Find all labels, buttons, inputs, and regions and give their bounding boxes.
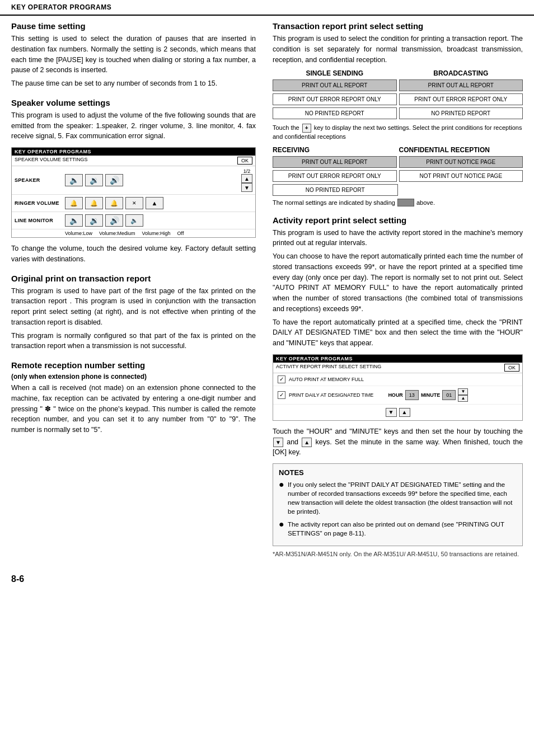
pause-time-title: Pause time setting	[11, 21, 256, 31]
activity-body3: To have the report automatically printed…	[273, 317, 523, 349]
hour-value: 13	[405, 390, 419, 400]
recv-print-all-btn[interactable]: PRINT OUT ALL REPORT	[273, 156, 397, 168]
speaker-ui-subheader: SPEAKER VOLUME SETTINGS OK	[12, 156, 255, 166]
broadcast-error-btn[interactable]: PRINT OUT ERROR REPORT ONLY	[399, 93, 523, 105]
speaker-volume-section: Speaker volume settings This program is …	[11, 98, 256, 265]
page-up-btn[interactable]: ▲	[241, 174, 252, 183]
activity-report-title: Activity report print select setting	[273, 215, 523, 225]
ringer-vol-high[interactable]: 🔔	[105, 197, 123, 209]
speaker-volume-body: This program is used to adjust the volum…	[11, 110, 256, 142]
shading-box	[397, 199, 414, 206]
tx-button-rows: PRINT OUT ALL REPORT PRINT OUT ALL REPOR…	[273, 79, 523, 119]
pause-time-section: Pause time setting This setting is used …	[11, 21, 256, 89]
bullet-2: ●	[279, 520, 284, 529]
activity-ui-header: KEY OPERATOR PROGRAMS	[273, 355, 522, 363]
page-footer: 8-6	[0, 572, 534, 586]
conf-no-notice-btn[interactable]: NOT PRINT OUT NOTICE PAGE	[399, 170, 523, 182]
down-arrow-key: ▼	[273, 438, 283, 447]
speaker-vol-low[interactable]: 🔈	[65, 174, 83, 186]
time-up-btn[interactable]: ▲	[458, 395, 468, 402]
confidential-label: CONFIDENTIAL RECEPTION	[399, 146, 523, 154]
page-header: KEY OPERATOR PROGRAMS	[0, 0, 534, 16]
notes-box: NOTES ● If you only select the "PRINT DA…	[273, 463, 523, 546]
ringer-vol-up[interactable]: ▲	[146, 197, 163, 209]
original-print-title: Original print on transaction report	[11, 274, 256, 283]
single-print-all-btn[interactable]: PRINT OUT ALL REPORT	[273, 79, 397, 91]
recv-no-print-btn[interactable]: NO PRINTED REPORT	[273, 184, 398, 196]
activity-report-section: Activity report print select setting Thi…	[273, 215, 523, 557]
auto-print-row: ✓ AUTO PRINT AT MEMORY FULL	[273, 373, 522, 386]
remote-reception-title: Remote reception number setting	[11, 360, 256, 370]
activity-body1: This program is used to have the activit…	[273, 228, 523, 249]
conf-notice-btn[interactable]: PRINT OUT NOTICE PAGE	[399, 156, 523, 168]
single-no-print-btn[interactable]: NO PRINTED REPORT	[273, 107, 397, 119]
transaction-table: SINGLE SENDING BROADCASTING PRINT OUT AL…	[273, 69, 523, 119]
activity-nav-down[interactable]: ▼	[386, 408, 397, 417]
shading-note: The normal settings are indicated by sha…	[273, 199, 523, 206]
ringer-row: RINGER VOLUME 🔔 🔔 🔔 ✕ ▲	[12, 195, 255, 212]
speaker-vol-high[interactable]: 🔊	[105, 174, 123, 186]
broadcast-no-print-btn[interactable]: NO PRINTED REPORT	[399, 107, 523, 119]
ringer-vol-x[interactable]: ✕	[125, 197, 143, 209]
transaction-report-title: Transaction report print select setting	[273, 21, 523, 31]
time-down-btn[interactable]: ▼	[458, 388, 468, 395]
remote-reception-section: Remote reception number setting (only wh…	[11, 360, 256, 435]
auto-print-checkbox[interactable]: ✓	[278, 375, 285, 383]
receiving-section: RECEIVING CONFIDENTIAL RECEPTION PRINT O…	[273, 146, 523, 196]
vol-labels: Volume:Low Volume:Medium Volume:High Off	[12, 229, 255, 237]
line-monitor-row: LINE MONITOR 🔈 🔉 🔊 🔈	[12, 212, 255, 229]
activity-ui-mockup: KEY OPERATOR PROGRAMS ACTIVITY REPORT PR…	[273, 354, 523, 421]
activity-nav-up[interactable]: ▲	[399, 408, 410, 417]
activity-body4: Touch the "HOUR" and "MINUTE" keys and t…	[273, 426, 523, 458]
speaker-ok-btn[interactable]: OK	[237, 157, 252, 165]
single-error-btn[interactable]: PRINT OUT ERROR REPORT ONLY	[273, 93, 397, 105]
activity-ui-subheader: ACTIVITY REPORT PRINT SELECT SETTING OK	[273, 363, 522, 373]
up-arrow-key: ▲	[302, 438, 312, 447]
transaction-report-section: Transaction report print select setting …	[273, 21, 523, 206]
speaker-row: SPEAKER 🔈 🔉 🔊 1/2 ▲ ▼	[12, 166, 255, 195]
original-print-section: Original print on transaction report Thi…	[11, 274, 256, 352]
ringer-vol-mid[interactable]: 🔔	[85, 197, 103, 209]
line-vol-off[interactable]: 🔈	[125, 214, 143, 227]
single-sending-label: SINGLE SENDING	[273, 69, 397, 77]
recv-button-rows: PRINT OUT ALL REPORT PRINT OUT NOTICE PA…	[273, 156, 523, 182]
daily-print-checkbox[interactable]: ✓	[278, 391, 285, 399]
original-print-body2: This program is normally configured so t…	[11, 331, 256, 352]
recv-error-btn[interactable]: PRINT OUT ERROR REPORT ONLY	[273, 170, 397, 182]
pause-time-body1: This setting is used to select the durat…	[11, 34, 256, 76]
line-vol-low[interactable]: 🔈	[65, 214, 83, 227]
original-print-body1: This program is used to have part of the…	[11, 286, 256, 328]
note-item-1: ● If you only select the "PRINT DAILY AT…	[279, 480, 517, 516]
bullet-1: ●	[279, 480, 284, 489]
line-vol-mid[interactable]: 🔉	[85, 214, 103, 227]
tx-note: Touch the + key to display the next two …	[273, 124, 523, 141]
remote-reception-subtitle: (only when extension phone is connected)	[11, 373, 256, 381]
note-item-2: ● The activity report can also be printe…	[279, 520, 517, 538]
minute-value: 01	[442, 390, 456, 400]
broadcasting-label: BROADCASTING	[399, 69, 523, 77]
speaker-volume-title: Speaker volume settings	[11, 98, 256, 107]
speaker-ui-mockup: KEY OPERATOR PROGRAMS SPEAKER VOLUME SET…	[11, 147, 256, 238]
broadcast-print-all-btn[interactable]: PRINT OUT ALL REPORT	[399, 79, 523, 91]
daily-print-row: ✓ PRINT DAILY AT DESIGNATED TIME HOUR 13…	[273, 386, 522, 405]
transaction-report-body: This program is used to select the condi…	[273, 34, 523, 65]
footnote: *AR-M351N/AR-M451N only. On the AR-M351U…	[273, 551, 523, 557]
line-vol-high[interactable]: 🔊	[105, 214, 123, 227]
speaker-volume-body2: To change the volume, touch the desired …	[11, 243, 256, 265]
remote-reception-body: When a call is received (not made) on an…	[11, 383, 256, 435]
activity-ok-btn[interactable]: OK	[504, 364, 519, 372]
plus-key-icon: +	[302, 124, 311, 133]
pause-time-body2: The pause time can be set to any number …	[11, 78, 256, 89]
activity-body2: You can choose to have the report automa…	[273, 251, 523, 314]
page-number: 8-6	[11, 574, 24, 584]
receiving-label: RECEIVING	[273, 146, 397, 154]
page-down-btn[interactable]: ▼	[241, 183, 252, 192]
speaker-ui-header: KEY OPERATOR PROGRAMS	[12, 148, 255, 156]
notes-title: NOTES	[279, 468, 517, 477]
speaker-vol-mid[interactable]: 🔉	[85, 174, 103, 186]
ringer-vol-low[interactable]: 🔔	[65, 197, 83, 209]
